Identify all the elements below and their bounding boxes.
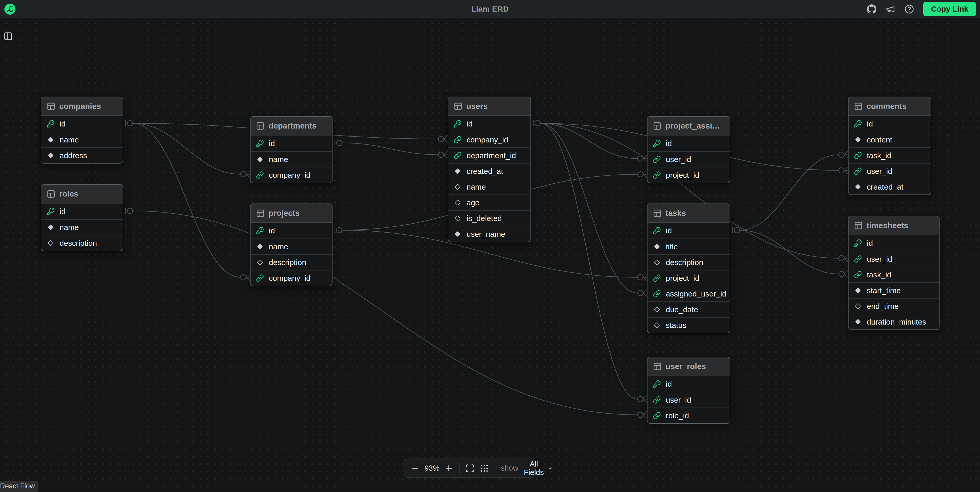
- table-node-users[interactable]: users id company_id department_id create…: [448, 97, 531, 242]
- table-header[interactable]: comments: [848, 97, 931, 116]
- table-icon: [47, 102, 56, 111]
- field-row[interactable]: id: [848, 235, 939, 251]
- field-row[interactable]: description: [648, 254, 730, 270]
- foreign-key-icon: [653, 171, 661, 179]
- nullable-diamond-icon: [453, 183, 461, 191]
- field-row[interactable]: id: [448, 116, 530, 132]
- field-row[interactable]: address: [41, 148, 123, 163]
- field-row[interactable]: task_id: [848, 148, 931, 163]
- field-row[interactable]: name: [41, 219, 123, 235]
- table-header[interactable]: timesheets: [848, 216, 939, 235]
- field-row[interactable]: id: [648, 223, 730, 238]
- field-row[interactable]: due_date: [648, 302, 730, 317]
- table-node-project-assignments[interactable]: project_assignme... id user_id project_i…: [647, 116, 730, 183]
- table-node-comments[interactable]: comments id content task_id user_id crea…: [848, 97, 931, 195]
- fit-view-button[interactable]: [465, 463, 474, 473]
- field-row[interactable]: company_id: [251, 167, 332, 183]
- field-row[interactable]: title: [648, 238, 730, 254]
- field-row[interactable]: status: [648, 317, 730, 333]
- table-title: projects: [269, 209, 300, 218]
- table-node-roles[interactable]: roles id name description: [41, 184, 123, 251]
- primary-key-icon: [854, 120, 862, 128]
- field-name: project_id: [666, 171, 699, 179]
- field-row[interactable]: id: [251, 223, 332, 238]
- field-row[interactable]: id: [648, 376, 730, 392]
- table-header[interactable]: tasks: [648, 204, 730, 223]
- field-row[interactable]: task_id: [848, 267, 939, 283]
- field-row[interactable]: user_id: [848, 163, 931, 179]
- field-row[interactable]: name: [251, 238, 332, 254]
- field-row[interactable]: id: [648, 135, 730, 151]
- table-node-tasks[interactable]: tasks id title description project_id as…: [647, 203, 730, 333]
- fields-filter-value: All Fields: [523, 460, 545, 477]
- field-row[interactable]: created_at: [848, 179, 931, 195]
- field-row[interactable]: project_id: [648, 167, 730, 183]
- field-row[interactable]: created_at: [448, 163, 530, 179]
- table-title: users: [466, 102, 488, 111]
- field-row[interactable]: user_name: [448, 226, 530, 241]
- field-row[interactable]: start_time: [848, 283, 939, 298]
- field-row[interactable]: end_time: [848, 298, 939, 314]
- field-row[interactable]: project_id: [648, 270, 730, 286]
- liam-logo[interactable]: ℒ: [5, 3, 16, 15]
- table-header[interactable]: projects: [251, 204, 332, 223]
- table-header[interactable]: companies: [41, 97, 123, 116]
- help-icon[interactable]: [904, 5, 914, 14]
- nullable-diamond-icon: [453, 214, 461, 222]
- sidebar-toggle-icon[interactable]: [3, 32, 13, 42]
- table-node-timesheets[interactable]: timesheets id user_id task_id start_time…: [848, 216, 940, 330]
- table-header[interactable]: users: [448, 97, 530, 116]
- erd-canvas[interactable]: [0, 18, 980, 492]
- field-name: title: [666, 243, 678, 251]
- field-row[interactable]: name: [448, 179, 530, 195]
- tidy-up-button[interactable]: [480, 463, 489, 473]
- copy-link-button[interactable]: Copy Link: [923, 2, 976, 16]
- zoom-out-button[interactable]: [410, 463, 420, 473]
- megaphone-icon[interactable]: [886, 5, 895, 14]
- table-title: departments: [269, 121, 317, 130]
- field-row[interactable]: name: [41, 132, 123, 148]
- github-icon[interactable]: [867, 5, 877, 14]
- field-row[interactable]: description: [251, 254, 332, 270]
- table-icon: [453, 102, 463, 111]
- table-header[interactable]: project_assignme...: [648, 117, 730, 135]
- fields-filter-dropdown[interactable]: All Fields: [523, 460, 553, 477]
- table-node-companies[interactable]: companies id name address: [41, 97, 123, 163]
- table-header[interactable]: user_roles: [648, 357, 730, 376]
- field-row[interactable]: user_id: [648, 392, 730, 408]
- field-row[interactable]: id: [41, 116, 123, 132]
- table-icon: [256, 122, 265, 130]
- field-name: end_time: [867, 302, 899, 311]
- foreign-key-icon: [256, 274, 264, 282]
- zoom-in-button[interactable]: [444, 463, 453, 473]
- nullable-diamond-icon: [653, 259, 661, 267]
- react-flow-attribution[interactable]: React Flow: [0, 481, 38, 492]
- field-name: user_id: [867, 167, 892, 176]
- table-node-user-roles[interactable]: user_roles id user_id role_id: [647, 357, 730, 424]
- table-header[interactable]: departments: [251, 117, 332, 135]
- field-name: company_id: [269, 171, 310, 179]
- field-row[interactable]: role_id: [648, 408, 730, 423]
- table-header[interactable]: roles: [41, 185, 123, 203]
- field-row[interactable]: content: [848, 132, 931, 148]
- field-row[interactable]: id: [251, 135, 332, 151]
- field-name: user_id: [666, 155, 691, 164]
- field-row[interactable]: company_id: [251, 270, 332, 286]
- table-node-projects[interactable]: projects id name description company_id: [250, 203, 332, 286]
- field-row[interactable]: id: [848, 116, 931, 132]
- table-icon: [854, 102, 863, 111]
- field-row[interactable]: name: [251, 151, 332, 167]
- field-row[interactable]: is_deleted: [448, 210, 530, 226]
- field-name: assigned_user_id: [666, 289, 726, 298]
- field-row[interactable]: age: [448, 195, 530, 210]
- field-row[interactable]: description: [41, 235, 123, 251]
- table-node-departments[interactable]: departments id name company_id: [250, 116, 332, 183]
- field-name: created_at: [867, 183, 904, 191]
- field-row[interactable]: user_id: [848, 251, 939, 267]
- field-row[interactable]: assigned_user_id: [648, 286, 730, 302]
- field-row[interactable]: company_id: [448, 132, 530, 148]
- field-row[interactable]: department_id: [448, 148, 530, 163]
- field-row[interactable]: duration_minutes: [848, 314, 939, 330]
- field-row[interactable]: id: [41, 203, 123, 219]
- field-row[interactable]: user_id: [648, 151, 730, 167]
